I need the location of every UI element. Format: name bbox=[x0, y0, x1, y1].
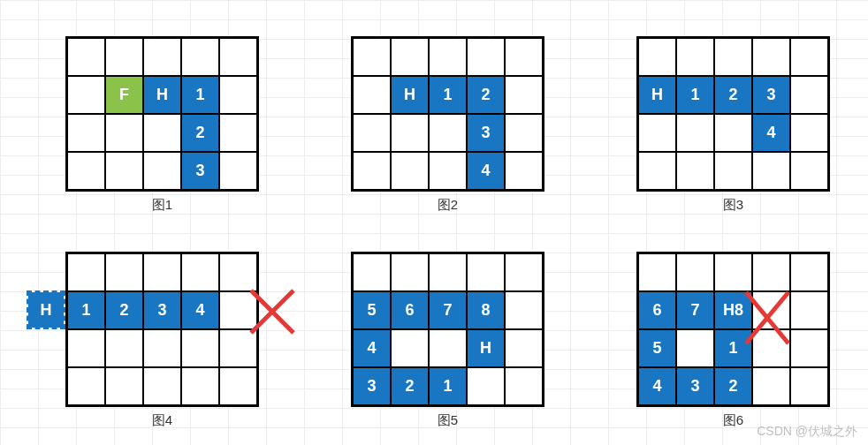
grid-cell bbox=[505, 253, 543, 291]
panel-1-caption: 图1 bbox=[65, 197, 259, 214]
grid-cell-filled: 3 bbox=[353, 367, 391, 405]
grid-cell bbox=[790, 291, 828, 329]
grid-cell bbox=[143, 253, 181, 291]
grid-cell bbox=[676, 114, 714, 152]
grid-cell bbox=[105, 329, 143, 367]
grid-cell bbox=[391, 152, 429, 190]
grid-cell bbox=[353, 76, 391, 114]
panel-6-grid: 67H851432 bbox=[636, 252, 830, 407]
grid-cell-filled: 6 bbox=[638, 291, 676, 329]
panel-5-caption: 图5 bbox=[351, 412, 544, 429]
grid-cell bbox=[219, 152, 257, 190]
grid-cell-filled: 4 bbox=[181, 291, 219, 329]
panel-6: 67H851432 图6 bbox=[636, 252, 830, 429]
grid-cell bbox=[67, 253, 105, 291]
grid-cell-filled: 2 bbox=[467, 76, 505, 114]
grid-cell bbox=[714, 114, 752, 152]
grid-cell bbox=[219, 114, 257, 152]
panel-3-grid: H1234 bbox=[636, 36, 830, 192]
grid-cell-filled: 1 bbox=[181, 76, 219, 114]
grid-cell bbox=[67, 38, 105, 76]
grid-cell bbox=[219, 76, 257, 114]
grid-cell-filled: 1 bbox=[714, 329, 752, 367]
grid-cell bbox=[219, 291, 257, 329]
grid-cell bbox=[105, 114, 143, 152]
grid-cell bbox=[67, 76, 105, 114]
panel-5: 56784H321 图5 bbox=[351, 252, 544, 429]
grid-cell bbox=[752, 367, 790, 405]
grid-cell-filled: 1 bbox=[676, 76, 714, 114]
grid-cell bbox=[714, 253, 752, 291]
grid-cell-filled: 7 bbox=[429, 291, 467, 329]
grid-cell bbox=[790, 38, 828, 76]
grid-cell bbox=[505, 367, 543, 405]
grid-cell-filled: 1 bbox=[429, 76, 467, 114]
grid-cell bbox=[790, 329, 828, 367]
grid-cell bbox=[467, 38, 505, 76]
grid-cell bbox=[219, 329, 257, 367]
grid-cell-filled: 8 bbox=[467, 291, 505, 329]
grid-cell bbox=[219, 253, 257, 291]
grid-cell bbox=[143, 152, 181, 190]
watermark: CSDN @伏城之外 bbox=[757, 424, 857, 440]
grid-cell bbox=[467, 367, 505, 405]
panel-4-overflow-label: H bbox=[28, 292, 64, 328]
grid-cell bbox=[676, 38, 714, 76]
grid-cell bbox=[638, 253, 676, 291]
grid-cell-filled: 1 bbox=[67, 291, 105, 329]
grid-cell bbox=[429, 152, 467, 190]
grid-cell bbox=[429, 329, 467, 367]
grid-cell bbox=[752, 152, 790, 190]
grid-cell-filled: 2 bbox=[181, 114, 219, 152]
grid-cell-filled: H bbox=[391, 76, 429, 114]
panel-3: H1234 图3 bbox=[636, 36, 830, 214]
grid-cell bbox=[638, 38, 676, 76]
grid-cell bbox=[143, 367, 181, 405]
grid-cell bbox=[676, 329, 714, 367]
panel-2-caption: 图2 bbox=[351, 197, 544, 214]
grid-cell bbox=[638, 152, 676, 190]
grid-cell bbox=[67, 367, 105, 405]
grid-cell bbox=[790, 114, 828, 152]
grid-cell bbox=[676, 152, 714, 190]
panel-2: H1234 图2 bbox=[351, 36, 544, 214]
grid-cell bbox=[67, 329, 105, 367]
grid-cell bbox=[790, 367, 828, 405]
grid-cell bbox=[181, 38, 219, 76]
grid-cell-filled: 2 bbox=[391, 367, 429, 405]
grid-cell bbox=[714, 38, 752, 76]
panel-4-overflow-cell: H bbox=[27, 290, 65, 329]
grid-cell bbox=[790, 76, 828, 114]
grid-cell bbox=[505, 152, 543, 190]
panel-4: H 1234 图4 bbox=[65, 252, 259, 429]
grid-cell bbox=[505, 114, 543, 152]
grid-cell bbox=[467, 253, 505, 291]
grid-cell bbox=[391, 114, 429, 152]
grid-cell-filled: 3 bbox=[676, 367, 714, 405]
grid-cell bbox=[143, 38, 181, 76]
grid-cell bbox=[181, 253, 219, 291]
panel-3-caption: 图3 bbox=[636, 197, 830, 214]
grid-cell bbox=[429, 253, 467, 291]
grid-cell bbox=[67, 152, 105, 190]
grid-cell bbox=[429, 38, 467, 76]
grid-cell bbox=[105, 253, 143, 291]
grid-cell bbox=[638, 114, 676, 152]
grid-cell-filled: H bbox=[638, 76, 676, 114]
grid-cell bbox=[143, 329, 181, 367]
grid-cell-filled: 5 bbox=[353, 291, 391, 329]
grid-cell bbox=[181, 329, 219, 367]
panel-2-grid: H1234 bbox=[351, 36, 544, 192]
grid-cell-filled: 7 bbox=[676, 291, 714, 329]
grid-cell-filled: 3 bbox=[181, 152, 219, 190]
grid-cell-filled: 2 bbox=[714, 367, 752, 405]
diagram-canvas: FH123 图1 H1234 图2 H1234 图3 H 1234 图4 567… bbox=[0, 0, 868, 445]
grid-cell bbox=[67, 114, 105, 152]
grid-cell bbox=[676, 253, 714, 291]
grid-cell bbox=[752, 329, 790, 367]
grid-cell bbox=[391, 329, 429, 367]
grid-cell bbox=[505, 76, 543, 114]
grid-cell bbox=[752, 253, 790, 291]
grid-cell bbox=[353, 253, 391, 291]
grid-cell bbox=[429, 114, 467, 152]
